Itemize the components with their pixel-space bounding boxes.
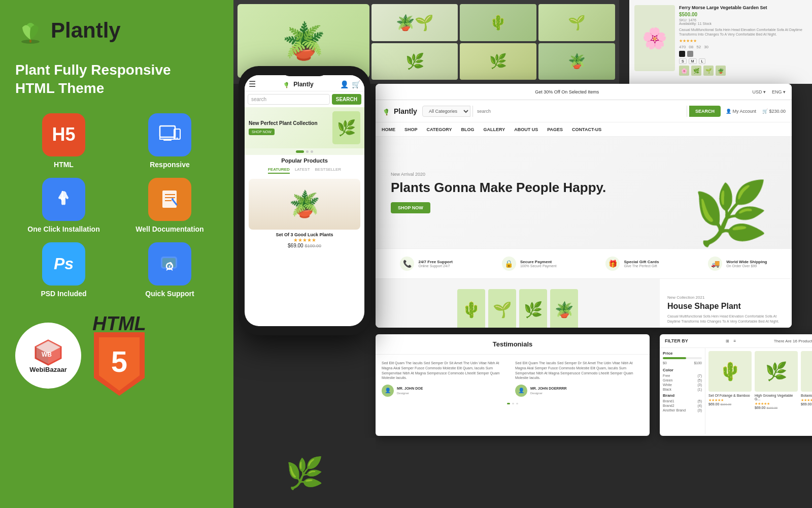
phone-search-button[interactable]: SEARCH — [332, 94, 361, 105]
phone-tab-featured[interactable]: FEATURED — [268, 167, 290, 174]
dot-inactive-2[interactable] — [516, 403, 518, 404]
pd-counts: 470085230 — [679, 45, 807, 49]
thumb-2[interactable]: 🌿 — [691, 66, 701, 76]
new-collection-label: New Collection 2021 — [667, 295, 784, 300]
size-m[interactable]: M — [689, 58, 697, 64]
color-option-black[interactable]: Black(1) — [663, 388, 702, 391]
filter-product-img-2[interactable]: 🌿 — [755, 351, 798, 392]
logo-area: Plantly — [15, 15, 218, 46]
size-l[interactable]: L — [699, 58, 706, 64]
menu-shop[interactable]: SHOP — [404, 127, 418, 132]
color-grey[interactable] — [687, 51, 693, 57]
feature-shipping: 🚚 World Wide Shipping On Order Over $99 — [708, 257, 767, 271]
filter-product-1: 🌵 Set Of Folange & Bamboo ★★★★★ $69.00 $… — [708, 351, 752, 431]
logo-icon — [15, 15, 46, 46]
svg-text:5: 5 — [111, 345, 127, 378]
menu-about[interactable]: ABOUT US — [514, 127, 538, 132]
vendor-name: WebiBazaar — [29, 366, 66, 373]
desktop-hero: New Arrival 2020 Plants Gonna Make Peopl… — [376, 137, 792, 248]
brand-option-2[interactable]: Brand2(4) — [663, 404, 702, 407]
feature-html: H5 HTML — [15, 113, 112, 169]
view-grid-icon[interactable]: ⊞ — [726, 339, 729, 343]
menu-gallery[interactable]: GALLERY — [484, 127, 505, 132]
testimonials-screenshot: Testimonials Sed Elit Quam The Iaculis S… — [376, 334, 650, 436]
phone-action-icons: 👤 🛒 — [340, 80, 360, 88]
view-list-icon[interactable]: ≡ — [733, 339, 736, 343]
support-icon-box — [148, 242, 191, 285]
color-option-green[interactable]: Green(5) — [663, 378, 702, 382]
filter-product-img-3[interactable]: 🌱 — [801, 351, 812, 392]
badge-area: WB WebiBazaar HTML 5 — [15, 313, 218, 398]
pd-title: Ferry Morse Large Vegetable Garden Set — [679, 5, 807, 10]
thumb-3[interactable]: 🌱 — [703, 66, 714, 76]
testimonial-name-1: MR. JOHN DOE — [397, 386, 423, 391]
desktop-category-select[interactable]: All Categories — [422, 106, 470, 117]
phone-tab-bestseller[interactable]: BESTSELLER — [315, 167, 342, 174]
menu-home[interactable]: HOME — [382, 127, 395, 132]
filter-product-img-1[interactable]: 🌵 — [708, 351, 752, 392]
filter-products-grid: 🌵 Set Of Folange & Bamboo ★★★★★ $69.00 $… — [705, 348, 812, 434]
phone-menu-icon[interactable]: ☰ — [249, 79, 256, 89]
desktop-account-area: 👤 My Account 🛒 $230.00 — [726, 109, 786, 114]
phone-banner-btn[interactable]: SHOP NOW — [249, 129, 275, 135]
phone-product-image: 🪴 — [249, 179, 360, 230]
brand-filter-label: Brand — [663, 393, 702, 398]
testimonial-author-2: 👤 MR. JOHN DOERRRR Designer — [515, 385, 644, 397]
left-panel: Plantly Plant Fully Responsive HTML Them… — [0, 0, 233, 508]
hero-plant-image: 🌿 — [685, 142, 776, 243]
color-option-white[interactable]: White(3) — [663, 383, 702, 387]
filter-sidebar: Price $0$100 Color Free(7) Green(5) Whit… — [660, 348, 705, 434]
testimonial-role-1: Designer — [397, 391, 423, 395]
size-s[interactable]: S — [679, 58, 687, 64]
responsive-icon-box — [148, 113, 191, 156]
phone-search-input[interactable]: search — [248, 94, 330, 105]
desktop-announcement-bar: Get 30% Off On Selected Items USD ▾ ENG … — [376, 84, 792, 100]
phone-cart-icon[interactable]: 🛒 — [352, 80, 360, 88]
testimonial-name-2: MR. JOHN DOERRRR — [530, 386, 567, 391]
pd-stars: ★★★★★ — [679, 39, 807, 43]
html5-shield: 5 — [91, 332, 147, 398]
thumb-4[interactable]: 🪴 — [716, 66, 726, 76]
color-black[interactable] — [679, 51, 685, 57]
currency-selector[interactable]: USD ▾ — [752, 89, 766, 94]
hero-cta-button[interactable]: SHOP NOW — [391, 202, 430, 213]
bottom-plant-1: 🌵 — [457, 289, 485, 328]
phone-user-icon[interactable]: 👤 — [340, 80, 349, 88]
menu-category[interactable]: CATEGORY — [427, 127, 452, 132]
phone-banner-dots — [245, 148, 364, 155]
menu-blog[interactable]: BLOG — [461, 127, 475, 132]
desktop-cart-link[interactable]: 🛒 $230.00 — [762, 109, 786, 114]
desktop-search-button[interactable]: SEARCH — [689, 106, 721, 117]
testimonial-avatar-2: 👤 — [515, 385, 527, 397]
brand-option-1[interactable]: Brand1(5) — [663, 399, 702, 403]
testimonial-role-2: Designer — [530, 391, 567, 395]
html-label: HTML — [54, 161, 74, 169]
phone-tab-latest[interactable]: LATEST — [295, 167, 310, 174]
bottom-plant-4: 🪴 — [550, 289, 578, 328]
filter-price-3: $69.00 $100.00 — [801, 402, 812, 406]
menu-pages[interactable]: PAGES — [547, 127, 563, 132]
feature-giftcard: 🎁 Special Gift Cards Give The Perfect Gi… — [605, 257, 659, 271]
shipping-icon: 🚚 — [708, 257, 722, 271]
testimonial-text-2: Sed Elit Quam The Iaculis Sed Semper Dr … — [515, 361, 644, 380]
thumb-1[interactable]: 🌸 — [679, 66, 689, 76]
dot-inactive-1[interactable] — [512, 403, 514, 404]
bottom-new-collection: New Collection 2021 House Shape Plant Ca… — [660, 279, 792, 328]
svg-rect-3 — [160, 137, 175, 139]
feature-payment: 🔒 Secure Payment 100% Secure Payment — [502, 257, 557, 271]
menu-contact[interactable]: CONTACT-US — [572, 127, 601, 132]
testimonial-dots — [376, 403, 650, 408]
language-selector[interactable]: ENG ▾ — [772, 89, 786, 94]
dot-active[interactable] — [507, 403, 510, 404]
filter-price-2: $69.00 $100.00 — [755, 406, 798, 409]
filter-count: ⊞ ≡ — [726, 339, 736, 343]
color-option-free[interactable]: Free(7) — [663, 374, 702, 377]
brand-option-3[interactable]: Another Brand(3) — [663, 408, 702, 412]
support-icon: 📞 — [400, 257, 414, 271]
price-filter-label: Price — [663, 351, 702, 356]
html-icon-box: H5 — [42, 113, 85, 156]
hero-text: New Arrival 2020 Plants Gonna Make Peopl… — [391, 172, 685, 213]
mobile-mockup: ☰ Plantly 👤 🛒 — [239, 66, 381, 335]
desktop-account-link[interactable]: 👤 My Account — [726, 109, 756, 114]
desktop-search-input[interactable] — [472, 106, 687, 117]
